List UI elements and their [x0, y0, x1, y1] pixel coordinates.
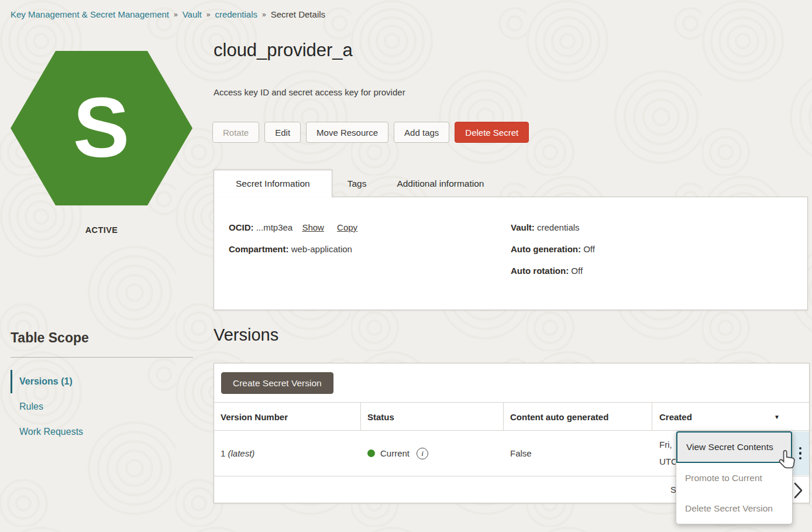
auto-rotation-value: Off [571, 266, 583, 276]
vault-value: credentials [537, 222, 580, 232]
delete-secret-button[interactable]: Delete Secret [455, 122, 529, 143]
info-icon[interactable]: i [417, 448, 428, 459]
breadcrumb-link-key-management[interactable]: Key Management & Secret Management [11, 9, 169, 19]
compartment-row: Compartment: web-application [229, 245, 357, 254]
table-scope-nav: Versions (1) Rules Work Requests [11, 370, 193, 445]
page-description: Access key ID and secret access key for … [214, 87, 405, 97]
create-secret-version-button[interactable]: Create Secret Version [221, 372, 333, 394]
table-scope-title: Table Scope [11, 330, 89, 346]
rotate-button[interactable]: Rotate [212, 122, 259, 143]
cell-content-auto-generated: False [510, 431, 532, 476]
auto-generation-row: Auto generation: Off [511, 245, 595, 254]
auto-rotation-label: Auto rotation: [511, 266, 569, 276]
info-column-left: OCID: ...mtp3ea Show Copy Compartment: w… [229, 223, 357, 266]
ocid-label: OCID: [229, 222, 254, 232]
breadcrumb: Key Management & Secret Management » Vau… [11, 9, 325, 19]
page-title: cloud_provider_a [214, 40, 353, 61]
breadcrumb-link-credentials[interactable]: credentials [215, 9, 257, 19]
cell-status: Current i [367, 431, 428, 476]
column-separator [360, 403, 361, 431]
resource-avatar: S [10, 50, 193, 206]
secret-information-panel: OCID: ...mtp3ea Show Copy Compartment: w… [214, 197, 808, 310]
auto-generation-value: Off [583, 244, 595, 254]
secret-hexagon-icon: S [10, 50, 193, 206]
sort-desc-icon[interactable]: ▼ [774, 414, 780, 420]
tab-additional-information[interactable]: Additional information [381, 170, 499, 197]
compartment-value: web-application [291, 244, 352, 254]
info-column-right: Vault: credentials Auto generation: Off … [511, 223, 595, 288]
column-header-status[interactable]: Status [367, 403, 394, 431]
column-separator [503, 403, 504, 431]
chevron-right-icon [794, 482, 803, 499]
secret-initial: S [73, 80, 130, 175]
row-context-menu: View Secret Contents Promote to Current … [676, 431, 793, 524]
hand-cursor-icon [779, 449, 797, 471]
sidebar-divider [11, 357, 193, 358]
breadcrumb-separator: » [262, 11, 266, 19]
ocid-value: ...mtp3ea [256, 222, 293, 232]
content-auto-generated-value: False [510, 448, 532, 458]
menu-item-view-secret-contents[interactable]: View Secret Contents [676, 431, 792, 463]
vault-row: Vault: credentials [511, 223, 595, 232]
auto-generation-label: Auto generation: [511, 244, 581, 254]
breadcrumb-separator: » [207, 11, 211, 19]
show-ocid-link[interactable]: Show [302, 222, 324, 232]
versions-heading: Versions [214, 325, 278, 345]
sidebar-item-versions[interactable]: Versions (1) [11, 370, 193, 393]
versions-table-header: Version Number Status Content auto gener… [214, 402, 809, 431]
status-badge: ACTIVE [10, 225, 193, 235]
action-button-row: Rotate Edit Move Resource Add tags Delet… [212, 122, 529, 143]
breadcrumb-separator: » [174, 11, 178, 19]
status-text: Current [380, 448, 410, 458]
breadcrumb-current: Secret Details [271, 9, 325, 19]
move-resource-button[interactable]: Move Resource [306, 122, 388, 143]
created-line-1: Fri, [659, 436, 677, 453]
column-header-created[interactable]: Created [659, 403, 692, 431]
version-latest-tag: (latest) [228, 448, 255, 458]
tab-tags[interactable]: Tags [332, 170, 382, 197]
sidebar-item-work-requests[interactable]: Work Requests [11, 420, 193, 444]
menu-item-promote-to-current[interactable]: Promote to Current [676, 463, 792, 493]
status-dot-icon [367, 449, 375, 457]
add-tags-button[interactable]: Add tags [394, 122, 449, 143]
column-separator [652, 403, 652, 431]
ocid-row: OCID: ...mtp3ea Show Copy [229, 223, 357, 232]
tab-bar: Secret Information Tags Additional infor… [214, 170, 499, 197]
menu-item-delete-secret-version[interactable]: Delete Secret Version [676, 493, 792, 524]
version-number: 1 [221, 448, 225, 458]
breadcrumb-link-vault[interactable]: Vault [183, 9, 202, 19]
tab-secret-information[interactable]: Secret Information [214, 170, 332, 197]
sidebar-item-rules[interactable]: Rules [11, 395, 193, 418]
vault-label: Vault: [511, 222, 535, 232]
auto-rotation-row: Auto rotation: Off [511, 266, 595, 276]
cell-created: Fri, UTC [659, 431, 677, 476]
created-line-2: UTC [659, 453, 677, 470]
edit-button[interactable]: Edit [264, 122, 301, 143]
kebab-menu-icon[interactable] [799, 447, 802, 460]
column-header-version-number[interactable]: Version Number [221, 403, 288, 431]
compartment-label: Compartment: [229, 244, 289, 254]
cell-version-number: 1 (latest) [221, 431, 254, 476]
column-header-content-auto-generated[interactable]: Content auto generated [510, 403, 608, 431]
copy-ocid-link[interactable]: Copy [337, 222, 357, 232]
secret-details-page: { "breadcrumb": { "items": ["Key Managem… [0, 0, 812, 532]
